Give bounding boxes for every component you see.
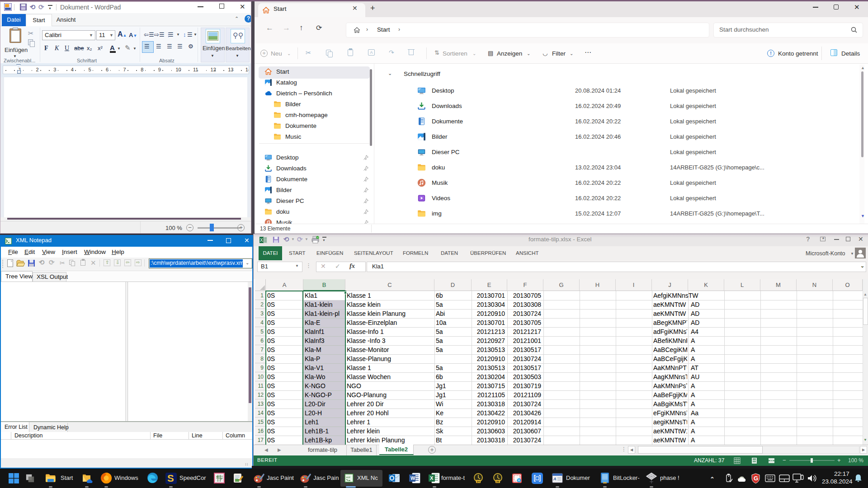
svg-text:24: 24 <box>477 480 480 483</box>
svg-text:W: W <box>410 475 415 481</box>
svg-text:G: G <box>754 475 758 482</box>
svg-text:A: A <box>553 477 557 481</box>
svg-text:X: X <box>430 475 434 481</box>
svg-text:xml: xml <box>346 475 350 479</box>
svg-text:m: m <box>217 475 218 478</box>
svg-text:X: X <box>260 238 263 243</box>
svg-text:25: 25 <box>496 480 500 483</box>
